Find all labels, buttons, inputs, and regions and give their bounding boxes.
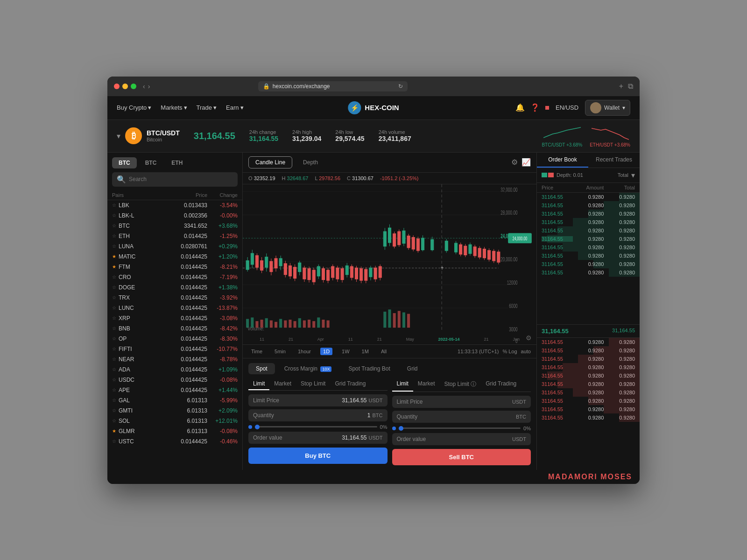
sell-market-tab[interactable]: Market bbox=[413, 378, 440, 392]
table-row[interactable]: 31164.55 0.9280 0.9280 bbox=[537, 226, 640, 235]
list-item[interactable]: ★ GLMR 6.01313 -0.08% bbox=[107, 426, 242, 436]
star-icon[interactable]: ☆ bbox=[112, 357, 117, 362]
order-book-tab[interactable]: Order Book bbox=[537, 153, 588, 168]
earn-link[interactable]: Earn ▾ bbox=[226, 104, 243, 111]
star-icon[interactable]: ☆ bbox=[112, 223, 117, 228]
settings-icon[interactable]: ⚙ bbox=[511, 158, 518, 167]
grid-btn[interactable]: Grid bbox=[400, 363, 425, 374]
new-tab-button[interactable]: + bbox=[619, 82, 623, 91]
table-row[interactable]: 31164.55 0.9280 0.9280 bbox=[537, 380, 640, 388]
time-btn-time[interactable]: Time bbox=[248, 348, 265, 355]
search-input[interactable] bbox=[129, 176, 233, 182]
list-item[interactable]: ☆ NEAR 0.0144425 -8.78% bbox=[107, 354, 242, 364]
list-item[interactable]: ☆ CRO 0.0144425 -7.19% bbox=[107, 272, 242, 282]
star-icon[interactable]: ☆ bbox=[112, 377, 117, 382]
table-row[interactable]: 31164.55 0.9280 0.9280 bbox=[537, 268, 640, 277]
list-item[interactable]: ☆ LUNC 0.0144425 -13.87% bbox=[107, 303, 242, 313]
sell-button[interactable]: Sell BTC bbox=[392, 449, 531, 465]
time-btn-1m[interactable]: 1M bbox=[359, 348, 372, 355]
table-row[interactable]: 31164.55 0.9280 0.9280 bbox=[537, 346, 640, 355]
star-icon[interactable]: ☆ bbox=[112, 439, 117, 444]
help-icon[interactable]: ❓ bbox=[530, 103, 540, 112]
search-box[interactable]: 🔍 bbox=[112, 172, 238, 187]
sell-stop-limit-tab[interactable]: Stop Limit ⓘ bbox=[440, 378, 481, 392]
duplicate-button[interactable]: ⧉ bbox=[628, 82, 633, 91]
time-btn-1hour[interactable]: 1hour bbox=[295, 348, 314, 355]
star-icon[interactable]: ☆ bbox=[112, 244, 117, 249]
list-item[interactable]: ☆ ADA 0.0144425 +1.09% bbox=[107, 364, 242, 375]
star-icon[interactable]: ☆ bbox=[112, 326, 117, 331]
url-bar[interactable]: 🔒 hexcoin.com/exchange ↻ bbox=[258, 81, 408, 91]
star-icon[interactable]: ☆ bbox=[112, 203, 117, 208]
buy-crypto-link[interactable]: Buy Crypto ▾ bbox=[117, 104, 151, 111]
markets-link[interactable]: Markets ▾ bbox=[161, 104, 187, 111]
list-item[interactable]: ☆ SOL 6.01313 +12.01% bbox=[107, 416, 242, 426]
table-row[interactable]: 31164.55 0.9280 0.9280 bbox=[537, 363, 640, 371]
close-button[interactable] bbox=[114, 84, 120, 89]
dropdown-arrow[interactable]: ▾ bbox=[117, 132, 120, 140]
buy-market-tab[interactable]: Market bbox=[269, 378, 296, 390]
list-item[interactable]: ☆ DOGE 0.0144425 +1.38% bbox=[107, 282, 242, 293]
list-item[interactable]: ☆ USDC 0.0144425 -0.08% bbox=[107, 375, 242, 385]
table-row[interactable]: 31164.55 0.9280 0.9280 bbox=[537, 235, 640, 243]
sell-limit-tab[interactable]: Limit bbox=[392, 378, 413, 392]
log-label[interactable]: % Log bbox=[502, 349, 517, 354]
table-row[interactable]: 31164.55 0.9280 0.9280 bbox=[537, 338, 640, 346]
buy-grid-tab[interactable]: Grid Trading bbox=[330, 378, 370, 390]
list-item[interactable]: ★ FTM 0.0144425 -8.21% bbox=[107, 262, 242, 272]
depth-tab[interactable]: Depth bbox=[296, 156, 325, 168]
star-icon[interactable]: ☆ bbox=[112, 305, 117, 310]
time-btn-1w[interactable]: 1W bbox=[339, 348, 352, 355]
table-row[interactable]: 31164.55 0.9280 0.9280 bbox=[537, 193, 640, 201]
list-item[interactable]: ☆ ETH 0.014425 -1.25% bbox=[107, 231, 242, 241]
star-icon[interactable]: ☆ bbox=[112, 387, 117, 392]
trade-link[interactable]: Trade ▾ bbox=[197, 104, 217, 111]
buy-slider[interactable] bbox=[255, 426, 377, 427]
auto-label[interactable]: auto bbox=[521, 349, 531, 354]
star-icon[interactable]: ☆ bbox=[112, 315, 117, 321]
time-btn-1d[interactable]: 1D bbox=[320, 348, 332, 355]
tab-btc-2[interactable]: BTC bbox=[139, 157, 163, 168]
list-item[interactable]: ☆ GAL 6.01313 -5.99% bbox=[107, 395, 242, 406]
list-item[interactable]: ☆ TRX 0.0144425 -3.92% bbox=[107, 293, 242, 303]
list-item[interactable]: ☆ LBK-L 0.002356 -0.00% bbox=[107, 210, 242, 221]
maximize-button[interactable] bbox=[131, 84, 136, 89]
list-item[interactable]: ☆ USTC 0.0144425 -0.46% bbox=[107, 436, 242, 447]
table-row[interactable]: 31164.55 0.9280 0.9280 bbox=[537, 397, 640, 405]
time-btn-5min[interactable]: 5min bbox=[272, 348, 289, 355]
star-icon[interactable]: ☆ bbox=[112, 346, 117, 351]
cross-margin-btn[interactable]: Cross Margin 10X bbox=[277, 363, 339, 374]
spot-trading-bot-btn[interactable]: Spot Trading Bot bbox=[341, 363, 397, 374]
tab-eth[interactable]: ETH bbox=[165, 157, 189, 168]
list-item[interactable]: ☆ APE 0.0144425 +1.44% bbox=[107, 385, 242, 395]
tab-btc-1[interactable]: BTC bbox=[112, 157, 137, 168]
table-row[interactable]: 31164.55 0.9280 0.9280 bbox=[537, 243, 640, 252]
list-item[interactable]: ☆ GMTI 6.01313 +2.09% bbox=[107, 406, 242, 416]
back-arrow[interactable]: ‹ bbox=[143, 83, 145, 90]
depth-label[interactable]: Depth: 0.01 bbox=[557, 172, 615, 178]
chart-settings-icon[interactable]: ⚙ bbox=[526, 334, 532, 342]
star-icon[interactable]: ☆ bbox=[112, 336, 117, 341]
list-item[interactable]: ★ MATIC 0.0144425 +1.20% bbox=[107, 252, 242, 262]
line-chart-icon[interactable]: 📈 bbox=[521, 158, 531, 167]
forward-arrow[interactable]: › bbox=[148, 83, 150, 90]
table-row[interactable]: 31164.55 0.9280 0.9280 bbox=[537, 405, 640, 413]
table-row[interactable]: 31164.55 0.9280 0.9280 bbox=[537, 371, 640, 380]
star-icon[interactable]: ★ bbox=[112, 264, 117, 269]
table-row[interactable]: 31164.55 0.9280 0.9280 bbox=[537, 413, 640, 422]
buy-limit-tab[interactable]: Limit bbox=[248, 378, 269, 390]
star-icon[interactable]: ☆ bbox=[112, 418, 117, 423]
table-row[interactable]: 31164.55 0.9280 0.9280 bbox=[537, 355, 640, 363]
list-item[interactable]: ☆ XRP 0.0144425 -3.08% bbox=[107, 313, 242, 323]
currency-selector[interactable]: EN/USD bbox=[556, 104, 578, 111]
table-row[interactable]: 31164.55 0.9280 0.9280 bbox=[537, 260, 640, 268]
recent-trades-tab[interactable]: Recent Trades bbox=[588, 153, 640, 168]
time-btn-all[interactable]: All bbox=[378, 348, 389, 355]
candle-line-tab[interactable]: Candle Line bbox=[248, 156, 292, 168]
list-item[interactable]: ☆ LUNA 0.0280761 +0.29% bbox=[107, 241, 242, 252]
star-icon[interactable]: ★ bbox=[112, 254, 117, 259]
list-item[interactable]: ☆ BNB 0.0144425 -8.42% bbox=[107, 323, 242, 334]
star-icon[interactable]: ☆ bbox=[112, 285, 117, 290]
list-item[interactable]: ☆ OP 0.0144425 -8.30% bbox=[107, 334, 242, 344]
refresh-icon[interactable]: ↻ bbox=[398, 83, 403, 90]
